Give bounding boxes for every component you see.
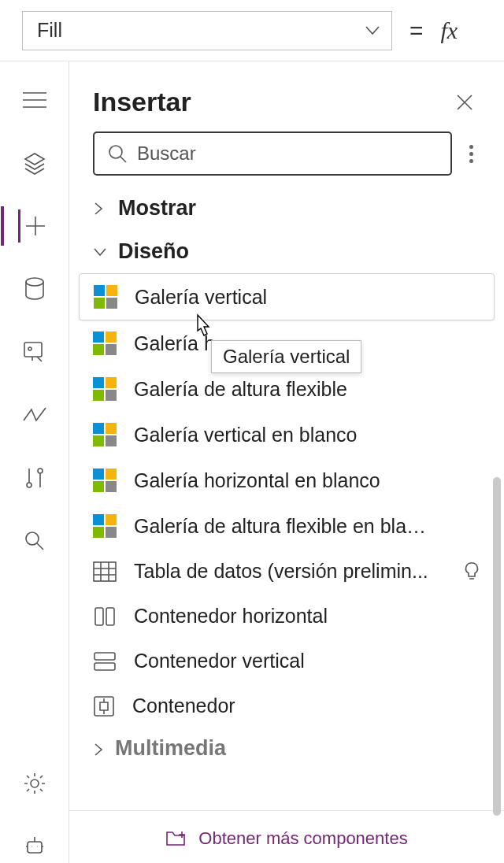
media-button[interactable] [18,335,51,369]
insert-pane: Insertar Buscar Mostrar Diseño [69,61,504,863]
gallery-icon [93,423,117,446]
item-label: Contenedor horizontal [134,605,328,628]
item-tabla-datos[interactable]: Tabla de datos (versión prelimin... [69,549,504,594]
item-cont[interactable]: Contenedor [69,683,504,728]
svg-rect-7 [94,562,116,581]
search-icon [24,530,46,552]
insert-button[interactable] [18,209,51,243]
svg-rect-1 [24,343,42,357]
category-label: Mostrar [118,196,196,220]
item-label: Tabla de datos (versión prelimin... [134,560,428,583]
chevron-right-icon [93,202,107,216]
layers-icon [23,151,46,175]
tools-icon [24,466,45,490]
item-galeria-flex-blank[interactable]: Galería de altura flexible en blanco [69,503,504,549]
svg-rect-9 [106,608,114,625]
gear-icon [23,772,46,795]
formula-bar: Fill = fx [0,0,504,61]
close-button[interactable] [449,90,480,115]
pane-title: Insertar [93,87,191,117]
item-galeria-v-blank[interactable]: Galería vertical en blanco [69,412,504,457]
chevron-right-icon [93,743,104,757]
equals-sign: = [410,17,424,44]
hamburger-icon [23,91,46,109]
category-label: Multimedia [115,736,226,760]
flows-icon [22,406,47,424]
category-mostrar[interactable]: Mostrar [69,187,504,230]
item-cont-v[interactable]: Contenedor vertical [69,639,504,683]
search-icon [107,143,128,164]
close-icon [455,93,474,112]
svg-rect-11 [94,663,115,670]
tooltip: Galería vertical [211,340,361,373]
plus-icon [24,214,47,238]
flows-button[interactable] [18,398,51,432]
gallery-icon [94,285,117,309]
fx-icon[interactable]: fx [441,17,458,44]
tools-button[interactable] [18,461,51,494]
property-name: Fill [37,19,62,42]
container-v-icon [93,651,117,672]
property-select[interactable]: Fill [22,11,392,50]
gallery-icon [93,377,117,401]
settings-button[interactable] [18,767,51,800]
container-h-icon [93,606,117,627]
svg-rect-8 [95,608,103,625]
search-placeholder: Buscar [137,143,196,165]
item-label: Galería de altura flexible [134,378,347,401]
database-icon [24,277,46,301]
gallery-icon [93,469,117,492]
item-galeria-vertical[interactable]: Galería vertical [79,273,495,320]
chevron-down-icon [365,25,380,36]
item-label: Contenedor [132,694,235,717]
item-label: Galería vertical [135,286,267,309]
virtual-agent-button[interactable] [18,830,51,863]
svg-rect-5 [28,842,42,853]
more-options-button[interactable] [461,145,480,163]
svg-point-2 [28,347,32,350]
gallery-icon [93,331,117,355]
item-cont-h[interactable]: Contenedor horizontal [69,594,504,639]
bot-icon [23,835,46,857]
footer-label: Obtener más componentes [198,828,407,849]
folder-plus-icon [165,829,187,848]
component-tree[interactable]: Mostrar Diseño Galería vertical Galería … [69,187,504,811]
gallery-icon [93,514,117,538]
svg-point-4 [31,780,39,787]
data-button[interactable] [18,272,51,306]
category-diseno[interactable]: Diseño [69,230,504,273]
item-label: Galería h [134,332,215,355]
category-label: Diseño [118,239,189,264]
svg-point-3 [26,532,39,545]
item-label: Galería de altura flexible en blanco [134,515,433,538]
svg-rect-10 [94,653,115,660]
search-button[interactable] [18,524,51,557]
bulb-icon [463,561,480,582]
tree-view-button[interactable] [18,146,51,180]
item-label: Galería horizontal en blanco [134,469,380,492]
item-label: Galería vertical en blanco [134,424,357,446]
svg-point-0 [26,278,43,286]
main-area: Insertar Buscar Mostrar Diseño [0,61,504,863]
container-icon [93,695,115,717]
item-label: Contenedor vertical [134,650,305,672]
item-galeria-h-blank[interactable]: Galería horizontal en blanco [69,457,504,503]
search-input[interactable]: Buscar [93,131,452,176]
svg-point-6 [109,146,122,158]
left-rail [0,61,69,863]
media-icon [23,341,46,363]
scrollbar-thumb[interactable] [493,477,501,816]
table-icon [93,561,117,582]
category-multimedia[interactable]: Multimedia [69,728,504,761]
chevron-down-icon [93,246,107,257]
get-more-components[interactable]: Obtener más componentes [69,814,504,863]
hamburger-button[interactable] [18,83,51,117]
